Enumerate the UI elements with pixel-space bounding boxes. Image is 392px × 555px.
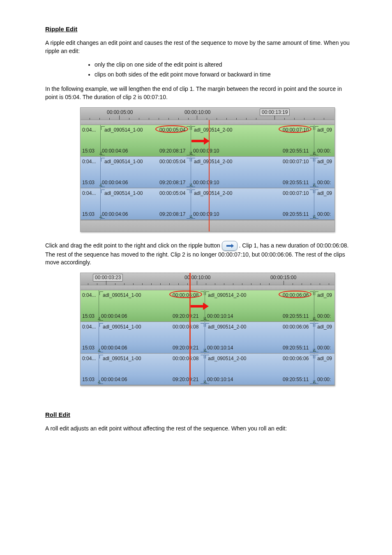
clip-name: adl_090514_2-00 [194,158,232,165]
clip-name: adl_09 [317,127,332,134]
clip-duration: 00:00:06:08 [173,355,198,362]
clip-name: adl_09 [317,292,332,299]
heading-roll-edit: Roll Edit [45,410,355,419]
clip-tc: 00:00:09:10 [193,179,219,186]
clip-tc: 09:20:09:21 [173,345,198,352]
clip-name: adl_090514_1-00 [103,292,141,299]
clip-tc: 00:00:04:06 [102,211,128,218]
clip-tc: 09:20:55:11 [283,148,309,155]
timeline-tail [81,220,334,231]
timeline-before: 00:00:05:00 00:00:10:00 00:00:13:19 0:04… [80,107,335,232]
clip-tc: 09:20:09:21 [173,313,198,320]
ripple-button-icon[interactable] [222,241,238,251]
clip-tc: 00:00: [317,376,331,383]
clip-tc: 09:20:55:11 [283,313,309,320]
heading-ripple-edit: Ripple Edit [45,25,355,33]
clip-tc: 00:00:10:14 [207,313,233,320]
clip-tc: 15:03 [82,211,95,218]
clip-duration: 00:00:06:08 [173,324,198,331]
clip-tc: 0:04... [82,127,96,134]
clip-tc: 09:20:55:11 [283,376,309,383]
annotation-arrow-icon [191,137,211,145]
clip-tc: 15:03 [82,313,95,320]
audio-track[interactable]: 0:04... adl_090514_1-00 00:00:05:04 adl_… [81,188,334,220]
annotation-circle [155,125,188,133]
ruler-spacer [81,285,334,290]
clip-name: adl_090514_2-00 [194,190,232,197]
clip-name: adl_090514_1-00 [103,324,141,331]
audio-track[interactable]: 0:04... adl_090514_1-00 00:00:05:04 adl_… [81,157,334,188]
clip-duration: 00:00:06:06 [283,355,309,362]
audio-track[interactable]: 0:04... adl_090514_1-00 00:00:06:08 adl_… [81,322,334,354]
clip-tc: 0:04... [82,190,96,197]
playhead[interactable] [189,273,191,385]
clip-tc: 00:00:10:14 [207,345,233,352]
clip-tc: 00:00:04:06 [101,345,127,352]
paragraph-roll-1: A roll edit adjusts an edit point withou… [45,425,355,433]
clip-name: adl_090514_1-00 [104,190,143,197]
ruler-ticks [81,115,334,120]
list-item: clips on both sides of the edit point mo… [95,71,355,79]
clip-name: adl_09 [317,190,332,197]
clip-tc: 09:20:08:17 [159,179,185,186]
annotation-circle [279,291,311,298]
clip-tc: 0:04... [82,158,96,165]
clip-name: adl_090514_2-00 [194,127,232,134]
paragraph-ripple-1: A ripple edit changes an edit point and … [45,39,355,55]
clip-tc: 0:04... [82,292,96,299]
clip-name: adl_090514_1-00 [104,127,143,134]
clip-tc: 00:00:04:06 [102,148,128,155]
clip-name: adl_09 [317,324,332,331]
clip-tc: 00:00: [317,313,331,320]
clip-tc: 09:20:08:17 [159,148,185,155]
clip-tc: 09:20:09:21 [173,376,198,383]
clip-tc: 00:00: [317,211,331,218]
clip-tc: 09:20:55:11 [283,211,309,218]
ruler-ticks [81,280,334,285]
clip-name: adl_09 [317,355,332,362]
timeline-ruler[interactable]: 00:00:05:00 00:00:10:00 00:00:13:19 [81,108,334,120]
clip-tc: 0:04... [82,355,96,362]
annotation-circle [169,291,202,298]
video-track[interactable]: 0:04... adl_090514_1-00 00:00:05:04 adl_… [81,125,334,157]
clip-tc: 00:00:10:14 [207,376,233,383]
clip-tc: 0:04... [82,324,96,331]
clip-duration: 00:00:07:10 [283,158,309,165]
audio-track[interactable]: 0:04... adl_090514_1-00 00:00:06:08 adl_… [81,354,334,385]
clip-name: adl_090514_2-00 [208,324,246,331]
clip-tc: 00:00:04:06 [101,376,127,383]
clip-duration: 00:00:06:06 [283,324,309,331]
clip-tc: 00:00:09:10 [193,148,219,155]
clip-tc: 00:00: [317,179,331,186]
playhead[interactable] [209,120,210,231]
clip-name: adl_090514_1-00 [103,355,141,362]
clip-name: adl_090514_2-00 [208,355,246,362]
ripple-bullet-list: only the clip on one side of the edit po… [45,61,355,79]
timeline-ruler[interactable]: 00:00:03:23 00:00:10:00 00:00:15:00 [81,273,334,285]
timeline-after: 00:00:03:23 00:00:10:00 00:00:15:00 0:04… [80,273,335,386]
annotation-arrow-icon [191,303,210,310]
clip-tc: 09:20:55:11 [283,345,309,352]
clip-duration: 00:00:07:10 [283,190,309,197]
video-track[interactable]: 0:04... adl_090514_1-00 00:00:06:08 adl_… [81,290,334,322]
clip-name: adl_090514_1-00 [104,158,143,165]
clip-tc: 00:00:04:06 [101,313,127,320]
clip-tc: 15:03 [82,345,95,352]
clip-tc: 15:03 [82,376,95,383]
clip-tc: 00:00: [317,148,331,155]
clip-duration: 00:00:05:04 [159,190,185,197]
clip-name: adl_090514_2-00 [208,292,246,299]
annotation-circle [279,125,311,133]
clip-tc: 00:00:04:06 [102,179,128,186]
clip-tc: 09:20:55:11 [283,179,309,186]
clip-tc: 00:00: [317,345,331,352]
clip-tc: 09:20:08:17 [159,211,185,218]
clip-tc: 15:03 [82,179,95,186]
paragraph-ripple-2: In the following example, we will length… [45,85,355,101]
clip-tc: 15:03 [82,148,95,155]
paragraph-ripple-3: Click and drag the edit point to the rig… [45,241,355,267]
ruler-spacer [81,120,334,125]
clip-duration: 00:00:05:04 [159,158,185,165]
clip-tc: 00:00:09:10 [193,211,219,218]
clip-name: adl_09 [317,158,332,165]
